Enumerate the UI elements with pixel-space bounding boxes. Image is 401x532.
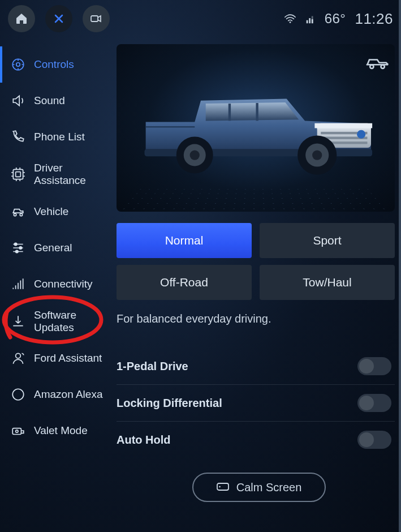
- clock-label: 11:26: [355, 10, 393, 28]
- svg-point-39: [219, 486, 221, 488]
- setting-row-1pedal: 1-Pedal Drive: [117, 348, 395, 385]
- sidebar-item-label: Software Updates: [34, 309, 107, 334]
- setting-label: 1-Pedal Drive: [117, 360, 188, 373]
- toggle-auto-hold[interactable]: [357, 431, 391, 449]
- signal-bars-icon: [10, 276, 26, 292]
- download-icon: [10, 314, 26, 329]
- setting-label: Locking Differential: [117, 397, 222, 410]
- svg-rect-5: [311, 19, 313, 23]
- sidebar-item-software-updates[interactable]: Software Updates: [0, 302, 111, 341]
- close-button[interactable]: [45, 5, 72, 32]
- svg-rect-21: [256, 103, 258, 121]
- svg-point-32: [189, 150, 199, 160]
- drive-settings-list: 1-Pedal Drive Locking Differential Auto …: [117, 348, 395, 458]
- setting-row-locking-diff: Locking Differential: [117, 385, 395, 422]
- calm-screen-label: Calm Screen: [236, 481, 302, 494]
- sidebar-item-label: Valet Mode: [34, 424, 88, 437]
- sidebar-item-label: Ford Assistant: [34, 352, 102, 364]
- temperature-label: 66°: [325, 11, 346, 27]
- svg-point-36: [370, 65, 373, 68]
- svg-rect-20: [228, 104, 230, 121]
- sidebar-item-label: Driver Assistance: [34, 162, 107, 187]
- toggle-1pedal[interactable]: [357, 357, 391, 375]
- signal-icon: [305, 13, 316, 24]
- svg-point-12: [15, 243, 17, 245]
- main-content: Normal Sport Off-Road Tow/Haul For balan…: [111, 34, 401, 532]
- sidebar-item-label: General: [34, 242, 72, 254]
- sliders-icon: [10, 240, 26, 256]
- sidebar-item-label: Amazon Alexa: [34, 388, 102, 401]
- controls-icon: [10, 57, 26, 72]
- camera-button[interactable]: [83, 5, 110, 32]
- svg-rect-18: [12, 428, 21, 435]
- sidebar-item-label: Sound: [34, 95, 65, 107]
- svg-point-19: [16, 430, 18, 432]
- svg-rect-3: [309, 18, 311, 23]
- truck-outline-icon: [365, 54, 389, 70]
- svg-rect-9: [16, 172, 21, 177]
- svg-point-35: [312, 150, 322, 160]
- sidebar-item-phone-list[interactable]: Phone List: [0, 119, 111, 155]
- drive-mode-sport[interactable]: Sport: [260, 223, 395, 258]
- svg-point-10: [14, 213, 16, 216]
- svg-rect-38: [217, 483, 228, 490]
- svg-rect-0: [91, 16, 98, 22]
- floor-grid-decoration: [117, 187, 395, 212]
- sidebar-item-amazon-alexa[interactable]: Amazon Alexa: [0, 376, 111, 413]
- calm-screen-button[interactable]: Calm Screen: [192, 473, 326, 502]
- sound-icon: [10, 93, 26, 109]
- vehicle-view-button[interactable]: [365, 50, 389, 74]
- phone-icon: [10, 129, 26, 145]
- setting-row-auto-hold: Auto Hold: [117, 422, 395, 458]
- svg-rect-8: [13, 169, 23, 179]
- vehicle-icon: [10, 204, 26, 220]
- sidebar-item-sound[interactable]: Sound: [0, 83, 111, 119]
- drive-mode-tow-haul[interactable]: Tow/Haul: [260, 265, 395, 300]
- wifi-icon: [284, 14, 296, 24]
- sidebar-item-valet-mode[interactable]: Valet Mode: [0, 413, 111, 449]
- close-icon: [52, 12, 66, 25]
- svg-rect-2: [306, 20, 308, 23]
- svg-point-27: [357, 130, 365, 138]
- svg-point-1: [289, 22, 291, 23]
- sidebar-item-label: Connectivity: [34, 278, 93, 290]
- svg-point-37: [381, 65, 384, 68]
- sidebar-item-label: Phone List: [34, 131, 85, 143]
- settings-sidebar: Controls Sound Phone List Driver Assista…: [0, 34, 111, 532]
- vehicle-hero-image: [117, 44, 395, 212]
- top-status-bar: 66° 11:26: [0, 0, 401, 34]
- driver-assistance-icon: [10, 166, 26, 182]
- svg-rect-28: [314, 123, 372, 128]
- sidebar-item-general[interactable]: General: [0, 230, 111, 266]
- drive-mode-selector: Normal Sport Off-Road Tow/Haul: [117, 223, 395, 300]
- sidebar-item-controls[interactable]: Controls: [0, 46, 111, 83]
- toggle-locking-diff[interactable]: [357, 394, 391, 412]
- svg-point-14: [16, 250, 18, 252]
- home-button[interactable]: [8, 5, 35, 32]
- sidebar-item-label: Controls: [34, 58, 74, 71]
- svg-point-13: [19, 247, 21, 249]
- assistant-icon: [10, 350, 26, 366]
- truck-illustration: [133, 73, 378, 183]
- svg-point-11: [20, 213, 22, 216]
- valet-icon: [10, 423, 26, 439]
- sidebar-item-driver-assistance[interactable]: Driver Assistance: [0, 155, 111, 194]
- camera-icon: [89, 12, 103, 25]
- svg-point-16: [16, 354, 21, 359]
- drive-mode-normal[interactable]: Normal: [117, 223, 252, 258]
- sidebar-item-vehicle[interactable]: Vehicle: [0, 194, 111, 230]
- setting-label: Auto Hold: [117, 434, 171, 447]
- alexa-icon: [10, 387, 26, 402]
- svg-point-7: [16, 63, 20, 67]
- screen-icon: [216, 482, 230, 492]
- home-icon: [15, 12, 28, 25]
- sidebar-item-ford-assistant[interactable]: Ford Assistant: [0, 340, 111, 376]
- drive-mode-off-road[interactable]: Off-Road: [117, 265, 252, 300]
- sidebar-item-label: Vehicle: [34, 205, 68, 218]
- drive-mode-description: For balanced everyday driving.: [117, 312, 395, 325]
- svg-point-17: [12, 389, 24, 401]
- sidebar-item-connectivity[interactable]: Connectivity: [0, 266, 111, 302]
